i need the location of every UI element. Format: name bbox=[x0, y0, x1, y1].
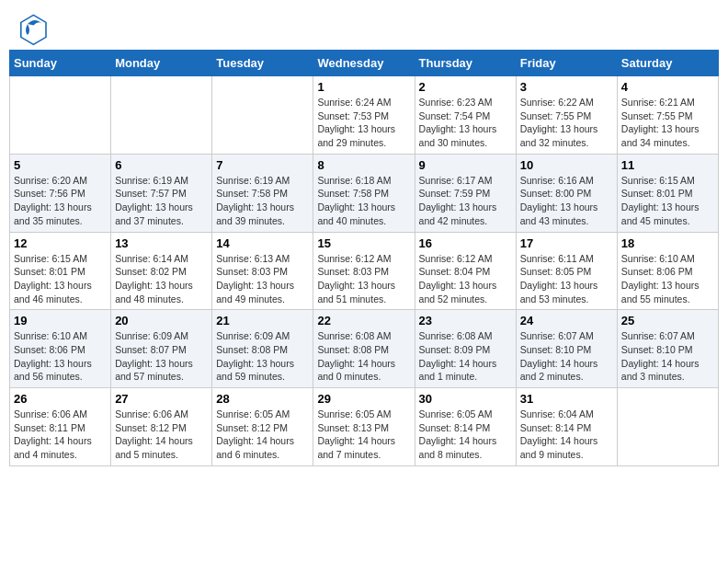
calendar-cell: 6Sunrise: 6:19 AM Sunset: 7:57 PM Daylig… bbox=[111, 154, 212, 232]
day-number: 13 bbox=[115, 236, 208, 250]
day-info: Sunrise: 6:12 AM Sunset: 8:03 PM Dayligh… bbox=[317, 252, 410, 306]
calendar-cell: 14Sunrise: 6:13 AM Sunset: 8:03 PM Dayli… bbox=[212, 232, 313, 310]
day-number: 24 bbox=[520, 314, 613, 327]
calendar-cell: 20Sunrise: 6:09 AM Sunset: 8:07 PM Dayli… bbox=[111, 310, 212, 388]
day-number: 31 bbox=[520, 392, 613, 406]
day-info: Sunrise: 6:19 AM Sunset: 7:57 PM Dayligh… bbox=[115, 174, 208, 228]
day-info: Sunrise: 6:06 AM Sunset: 8:12 PM Dayligh… bbox=[115, 408, 208, 462]
svg-marker-0 bbox=[21, 15, 46, 44]
day-info: Sunrise: 6:15 AM Sunset: 8:01 PM Dayligh… bbox=[14, 252, 107, 306]
day-info: Sunrise: 6:24 AM Sunset: 7:53 PM Dayligh… bbox=[317, 96, 410, 150]
weekday-header-thursday: Thursday bbox=[415, 51, 516, 76]
day-number: 17 bbox=[520, 236, 613, 250]
day-number: 4 bbox=[621, 80, 714, 94]
day-number: 28 bbox=[216, 392, 309, 406]
day-number: 30 bbox=[419, 392, 512, 406]
day-number: 14 bbox=[216, 236, 309, 250]
day-number: 22 bbox=[317, 314, 410, 327]
calendar-cell: 28Sunrise: 6:05 AM Sunset: 8:12 PM Dayli… bbox=[212, 388, 313, 466]
day-info: Sunrise: 6:10 AM Sunset: 8:06 PM Dayligh… bbox=[14, 329, 107, 384]
day-info: Sunrise: 6:09 AM Sunset: 8:08 PM Dayligh… bbox=[216, 329, 309, 384]
day-info: Sunrise: 6:22 AM Sunset: 7:55 PM Dayligh… bbox=[520, 96, 613, 150]
day-info: Sunrise: 6:06 AM Sunset: 8:11 PM Dayligh… bbox=[14, 408, 107, 462]
day-number: 10 bbox=[520, 158, 613, 172]
calendar-cell: 25Sunrise: 6:07 AM Sunset: 8:10 PM Dayli… bbox=[617, 310, 718, 388]
day-info: Sunrise: 6:07 AM Sunset: 8:10 PM Dayligh… bbox=[621, 329, 714, 384]
weekday-header-sunday: Sunday bbox=[10, 51, 111, 76]
day-info: Sunrise: 6:08 AM Sunset: 8:08 PM Dayligh… bbox=[317, 329, 410, 384]
day-info: Sunrise: 6:18 AM Sunset: 7:58 PM Dayligh… bbox=[317, 174, 410, 228]
day-info: Sunrise: 6:23 AM Sunset: 7:54 PM Dayligh… bbox=[419, 96, 512, 150]
calendar-cell: 30Sunrise: 6:05 AM Sunset: 8:14 PM Dayli… bbox=[415, 388, 516, 466]
calendar-week-row: 19Sunrise: 6:10 AM Sunset: 8:06 PM Dayli… bbox=[10, 310, 719, 388]
day-number: 15 bbox=[317, 236, 410, 250]
day-info: Sunrise: 6:09 AM Sunset: 8:07 PM Dayligh… bbox=[115, 329, 208, 384]
day-number: 11 bbox=[621, 158, 714, 172]
calendar-cell: 31Sunrise: 6:04 AM Sunset: 8:14 PM Dayli… bbox=[516, 388, 617, 466]
day-number: 29 bbox=[317, 392, 410, 406]
calendar-cell: 17Sunrise: 6:11 AM Sunset: 8:05 PM Dayli… bbox=[516, 232, 617, 310]
day-number: 1 bbox=[317, 80, 410, 94]
logo-icon bbox=[13, 9, 50, 46]
calendar-cell: 19Sunrise: 6:10 AM Sunset: 8:06 PM Dayli… bbox=[10, 310, 111, 388]
day-number: 12 bbox=[14, 236, 107, 250]
calendar-cell: 9Sunrise: 6:17 AM Sunset: 7:59 PM Daylig… bbox=[415, 154, 516, 232]
calendar-cell: 4Sunrise: 6:21 AM Sunset: 7:55 PM Daylig… bbox=[617, 76, 718, 155]
weekday-header-monday: Monday bbox=[111, 51, 212, 76]
day-number: 5 bbox=[14, 158, 107, 172]
weekday-header-saturday: Saturday bbox=[617, 51, 718, 76]
calendar-cell: 23Sunrise: 6:08 AM Sunset: 8:09 PM Dayli… bbox=[415, 310, 516, 388]
weekday-header-friday: Friday bbox=[516, 51, 617, 76]
day-number: 2 bbox=[419, 80, 512, 94]
calendar-cell: 8Sunrise: 6:18 AM Sunset: 7:58 PM Daylig… bbox=[313, 154, 415, 232]
calendar-cell: 2Sunrise: 6:23 AM Sunset: 7:54 PM Daylig… bbox=[415, 76, 516, 155]
day-number: 6 bbox=[115, 158, 208, 172]
calendar-cell bbox=[617, 388, 718, 466]
calendar-cell: 13Sunrise: 6:14 AM Sunset: 8:02 PM Dayli… bbox=[111, 232, 212, 310]
day-info: Sunrise: 6:20 AM Sunset: 7:56 PM Dayligh… bbox=[14, 174, 107, 228]
calendar-cell: 22Sunrise: 6:08 AM Sunset: 8:08 PM Dayli… bbox=[313, 310, 415, 388]
day-number: 21 bbox=[216, 314, 309, 327]
day-info: Sunrise: 6:12 AM Sunset: 8:04 PM Dayligh… bbox=[419, 252, 512, 306]
day-info: Sunrise: 6:15 AM Sunset: 8:01 PM Dayligh… bbox=[621, 174, 714, 228]
weekday-header-wednesday: Wednesday bbox=[313, 51, 415, 76]
day-number: 27 bbox=[115, 392, 208, 406]
calendar-cell: 18Sunrise: 6:10 AM Sunset: 8:06 PM Dayli… bbox=[617, 232, 718, 310]
day-number: 7 bbox=[216, 158, 309, 172]
weekday-header-row: SundayMondayTuesdayWednesdayThursdayFrid… bbox=[10, 51, 719, 76]
day-number: 26 bbox=[14, 392, 107, 406]
day-info: Sunrise: 6:08 AM Sunset: 8:09 PM Dayligh… bbox=[419, 329, 512, 384]
calendar-cell bbox=[212, 76, 313, 155]
weekday-header-tuesday: Tuesday bbox=[212, 51, 313, 76]
calendar-week-row: 5Sunrise: 6:20 AM Sunset: 7:56 PM Daylig… bbox=[10, 154, 719, 232]
day-number: 19 bbox=[14, 314, 107, 327]
day-info: Sunrise: 6:05 AM Sunset: 8:13 PM Dayligh… bbox=[317, 408, 410, 462]
day-info: Sunrise: 6:19 AM Sunset: 7:58 PM Dayligh… bbox=[216, 174, 309, 228]
day-info: Sunrise: 6:11 AM Sunset: 8:05 PM Dayligh… bbox=[520, 252, 613, 306]
calendar-cell: 10Sunrise: 6:16 AM Sunset: 8:00 PM Dayli… bbox=[516, 154, 617, 232]
day-info: Sunrise: 6:13 AM Sunset: 8:03 PM Dayligh… bbox=[216, 252, 309, 306]
day-info: Sunrise: 6:04 AM Sunset: 8:14 PM Dayligh… bbox=[520, 408, 613, 462]
calendar-cell: 24Sunrise: 6:07 AM Sunset: 8:10 PM Dayli… bbox=[516, 310, 617, 388]
calendar-cell: 15Sunrise: 6:12 AM Sunset: 8:03 PM Dayli… bbox=[313, 232, 415, 310]
day-info: Sunrise: 6:16 AM Sunset: 8:00 PM Dayligh… bbox=[520, 174, 613, 228]
day-number: 3 bbox=[520, 80, 613, 94]
day-number: 16 bbox=[419, 236, 512, 250]
calendar-week-row: 12Sunrise: 6:15 AM Sunset: 8:01 PM Dayli… bbox=[10, 232, 719, 310]
day-info: Sunrise: 6:05 AM Sunset: 8:14 PM Dayligh… bbox=[419, 408, 512, 462]
calendar-cell: 12Sunrise: 6:15 AM Sunset: 8:01 PM Dayli… bbox=[10, 232, 111, 310]
day-number: 25 bbox=[621, 314, 714, 327]
page-header bbox=[9, 9, 719, 46]
calendar-cell bbox=[111, 76, 212, 155]
day-info: Sunrise: 6:05 AM Sunset: 8:12 PM Dayligh… bbox=[216, 408, 309, 462]
day-info: Sunrise: 6:21 AM Sunset: 7:55 PM Dayligh… bbox=[621, 96, 714, 150]
calendar-cell: 1Sunrise: 6:24 AM Sunset: 7:53 PM Daylig… bbox=[313, 76, 415, 155]
day-number: 18 bbox=[621, 236, 714, 250]
day-info: Sunrise: 6:07 AM Sunset: 8:10 PM Dayligh… bbox=[520, 329, 613, 384]
day-number: 23 bbox=[419, 314, 512, 327]
calendar-cell: 11Sunrise: 6:15 AM Sunset: 8:01 PM Dayli… bbox=[617, 154, 718, 232]
calendar-cell: 3Sunrise: 6:22 AM Sunset: 7:55 PM Daylig… bbox=[516, 76, 617, 155]
day-info: Sunrise: 6:10 AM Sunset: 8:06 PM Dayligh… bbox=[621, 252, 714, 306]
calendar-cell: 27Sunrise: 6:06 AM Sunset: 8:12 PM Dayli… bbox=[111, 388, 212, 466]
calendar-cell: 5Sunrise: 6:20 AM Sunset: 7:56 PM Daylig… bbox=[10, 154, 111, 232]
